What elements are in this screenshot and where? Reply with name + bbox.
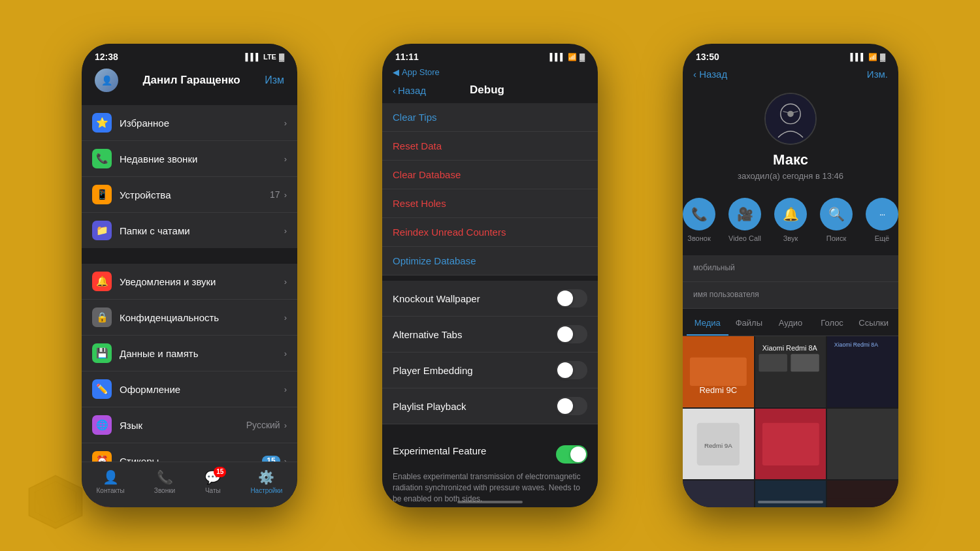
experimental-row[interactable]: Experimental Feature <box>393 445 587 464</box>
settings-row-privacy[interactable]: 🔒 Конфиденциальность › <box>82 300 297 336</box>
debug-row-reset-data[interactable]: Reset Data <box>382 132 598 161</box>
wifi-icon-3: 📶 <box>868 53 877 61</box>
settings-row-notifications[interactable]: 🔔 Уведомления и звуки › <box>82 264 297 300</box>
tab-audio[interactable]: Аудио <box>770 311 811 336</box>
back-chevron-3-icon: ‹ <box>693 69 696 80</box>
media-cell-7[interactable]: X50 Pro <box>683 480 754 507</box>
svg-rect-12 <box>759 354 787 371</box>
debug-row-clear-tips[interactable]: Clear Tips <box>382 103 598 132</box>
action-call[interactable]: 📞 Звонок <box>683 198 715 242</box>
experimental-toggle[interactable] <box>556 445 587 464</box>
battery-icon-1: ▓ <box>279 53 284 61</box>
chevron-icon-5: › <box>284 277 287 287</box>
media-cell-2[interactable]: Xiaomi Redmi 8A <box>755 336 826 407</box>
action-search[interactable]: 🔍 Поиск <box>820 198 853 242</box>
calls-label: Недавние звонки <box>120 153 284 165</box>
debug-toggle-alt-tabs[interactable]: Alternative Tabs <box>382 317 598 353</box>
contact-name: Макс <box>773 151 808 168</box>
tab-calls[interactable]: 📞 Звонки <box>154 469 175 494</box>
svg-rect-26 <box>827 499 898 507</box>
section-gap-debug <box>382 276 598 281</box>
tab-contacts[interactable]: 👤 Контакты <box>97 469 125 494</box>
appearance-label: Оформление <box>120 384 284 395</box>
video-action-icon: 🎥 <box>728 198 761 230</box>
chevron-icon-4: › <box>284 226 287 236</box>
settings-row-language[interactable]: 🌐 Язык Русский › <box>82 407 297 443</box>
tab-chats[interactable]: 💬 15 Чаты <box>204 469 221 494</box>
debug-row-clear-database[interactable]: Clear Database <box>382 161 598 189</box>
svg-rect-22 <box>683 499 754 507</box>
settings-row-appearance[interactable]: ✏️ Оформление › <box>82 371 297 407</box>
debug-row-reset-holes[interactable]: Reset Holes <box>382 189 598 218</box>
status-bar-2: 11:11 ▌▌▌ 📶 ▓ <box>382 44 598 66</box>
svg-point-4 <box>787 111 794 118</box>
tab-voice[interactable]: Голос <box>811 311 853 336</box>
favorites-label: Избранное <box>120 118 284 129</box>
tab-links[interactable]: Ссылки <box>853 311 894 336</box>
settings-row-folders[interactable]: 📁 Папки с чатами › <box>82 213 297 248</box>
settings-row-calls[interactable]: 📞 Недавние звонки › <box>82 141 297 177</box>
player-toggle[interactable] <box>556 361 587 379</box>
playlist-toggle[interactable] <box>556 397 587 415</box>
time-3: 13:50 <box>696 52 719 62</box>
signal-icon-1: ▌▌▌ <box>246 53 261 61</box>
tab-bar-1: 👤 Контакты 📞 Звонки 💬 15 Чаты ⚙️ Настрой… <box>82 462 297 507</box>
contact-edit-button[interactable]: Изм. <box>867 69 888 80</box>
contacts-tab-icon: 👤 <box>103 469 119 485</box>
tab-settings[interactable]: ⚙️ Настройки <box>250 469 282 494</box>
alt-tabs-toggle[interactable] <box>556 325 587 343</box>
svg-rect-21 <box>827 409 898 480</box>
media-cell-5[interactable] <box>755 409 826 480</box>
calls-icon: 📞 <box>92 149 112 168</box>
tab-media[interactable]: Медиа <box>687 311 728 336</box>
debug-row-optimize[interactable]: Optimize Database <box>382 247 598 276</box>
home-indicator-3 <box>758 501 823 503</box>
settings-row-data[interactable]: 💾 Данные и память › <box>82 336 297 371</box>
knockout-toggle[interactable] <box>556 289 587 307</box>
chats-badge: 15 <box>214 467 226 477</box>
chats-tab-label: Чаты <box>205 487 221 494</box>
contact-nav: ‹ Назад Изм. <box>683 66 898 86</box>
chevron-icon-3: › <box>284 190 287 200</box>
media-cell-6[interactable] <box>827 409 898 480</box>
devices-label: Устройства <box>120 189 270 200</box>
contact-back-button[interactable]: ‹ Назад <box>693 69 727 80</box>
media-cell-9[interactable]: Android 1 <box>827 480 898 507</box>
svg-rect-20 <box>762 422 819 465</box>
edit-button-1[interactable]: Изм <box>265 74 284 86</box>
folders-label: Папки с чатами <box>120 225 284 236</box>
settings-row-devices[interactable]: 📱 Устройства 17 › <box>82 177 297 213</box>
media-cell-1[interactable]: Redmi 9C <box>683 336 754 407</box>
appstore-bar: ◀ App Store <box>382 66 598 81</box>
battery-icon-3: ▓ <box>880 53 885 61</box>
debug-links-section: Clear Tips Reset Data Clear Database Res… <box>382 103 598 276</box>
lte-icon: LTE <box>263 53 276 61</box>
settings-tab-icon: ⚙️ <box>258 469 274 485</box>
action-more[interactable]: ··· Ещё <box>866 198 898 242</box>
calls-tab-label: Звонки <box>154 487 175 494</box>
debug-toggle-playlist[interactable]: Playlist Playback <box>382 388 598 424</box>
debug-toggle-knockout[interactable]: Knockout Wallpaper <box>382 281 598 317</box>
media-cell-3[interactable]: Xiaomi Redmi 8A <box>827 336 898 407</box>
appearance-icon: ✏️ <box>92 379 112 399</box>
svg-rect-8 <box>690 358 747 386</box>
time-2: 11:11 <box>395 52 419 62</box>
notifications-icon: 🔔 <box>92 272 112 291</box>
action-sound[interactable]: 🔔 Звук <box>774 198 807 242</box>
action-video[interactable]: 🎥 Video Call <box>728 198 761 242</box>
debug-scroll[interactable]: Clear Tips Reset Data Clear Database Res… <box>382 103 598 507</box>
media-cell-7-inner: X50 Pro <box>683 480 754 507</box>
debug-nav: ‹ Назад Debug <box>382 81 598 103</box>
signal-icon-3: ▌▌▌ <box>851 53 866 61</box>
tab-files[interactable]: Файлы <box>728 311 770 336</box>
debug-toggle-player[interactable]: Player Embedding <box>382 353 598 388</box>
debug-back-button[interactable]: ‹ Назад <box>393 85 426 96</box>
signal-icon-2: ▌▌▌ <box>550 53 565 61</box>
debug-row-reindex[interactable]: Reindex Unread Counters <box>382 218 598 247</box>
settings-header: 👤 Данил Гаращенко Изм <box>82 66 297 100</box>
svg-text:X50 Pros: X50 Pros <box>759 507 785 507</box>
settings-row-favorites[interactable]: ⭐ Избранное › <box>82 105 297 141</box>
svg-text:Xiaomi Redmi 8A: Xiaomi Redmi 8A <box>762 344 818 352</box>
media-cell-3-inner: Xiaomi Redmi 8A <box>827 336 898 407</box>
media-cell-4[interactable]: Redmi 9A <box>683 409 754 480</box>
